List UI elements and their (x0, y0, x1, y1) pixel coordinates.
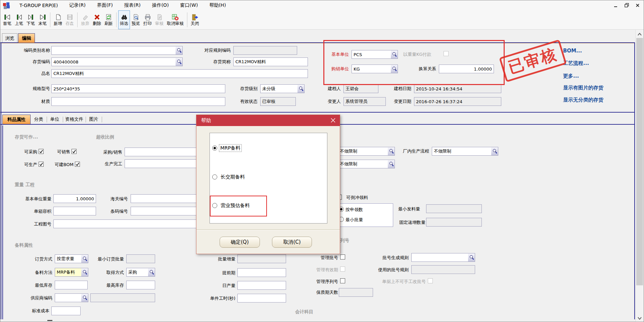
subtab-category[interactable]: 分类 (31, 115, 46, 124)
order-mode-lookup-button[interactable] (81, 254, 88, 263)
subtab-image[interactable]: 图片 (86, 115, 101, 124)
manage-expiry-checkbox[interactable] (340, 267, 345, 272)
audit-button[interactable]: 审核 (153, 10, 165, 29)
factory-flow-lookup-button[interactable] (491, 147, 498, 156)
refresh-button[interactable]: 刷新 (103, 10, 114, 29)
box-volume-input[interactable] (53, 207, 96, 215)
min-issue-label: 最小发料量 (397, 206, 420, 212)
material-input[interactable] (51, 97, 225, 106)
max-stock-input[interactable] (126, 281, 155, 289)
close-icon[interactable] (636, 3, 640, 7)
batch-rule-lookup-button[interactable] (468, 253, 475, 262)
limit2-lookup-button[interactable] (388, 160, 395, 168)
level-input[interactable] (260, 84, 298, 93)
tab-browse[interactable]: 浏览 (2, 33, 17, 43)
base-weight-input[interactable] (53, 194, 96, 203)
scrollbar-thumb[interactable] (636, 38, 643, 285)
tab-edit[interactable]: 编辑 (18, 33, 35, 43)
restore-icon[interactable] (625, 3, 629, 7)
sellable-checkbox[interactable] (72, 149, 77, 154)
subtab-item-attributes[interactable]: 料品属性 (2, 115, 31, 124)
preview-button[interactable]: 预览 (130, 10, 142, 29)
long-leadtime-spare-radio[interactable] (212, 174, 217, 179)
delete-button[interactable]: 删除 (91, 10, 103, 29)
process-flow-link[interactable]: 工艺流程... (563, 60, 589, 67)
cancel-button[interactable]: 取消(C) (272, 237, 312, 248)
lead-time-input[interactable] (237, 268, 286, 277)
over-production-input[interactable] (125, 159, 196, 168)
last-record-button[interactable]: 末笔 (37, 10, 48, 29)
std-cost-input[interactable] (51, 307, 81, 315)
code-category-input[interactable] (51, 46, 176, 55)
next-record-button[interactable]: 下笔 (25, 10, 37, 29)
limit2-input[interactable] (338, 160, 388, 168)
subtab-qualification[interactable]: 资格文件 (63, 115, 85, 124)
toolbar-separator (116, 12, 117, 27)
save-button[interactable]: 存盘 (64, 10, 76, 29)
mrp-spare-label[interactable]: MRP备料 (219, 145, 241, 152)
mrp-spare-radio[interactable] (212, 146, 217, 151)
filter-button[interactable]: 筛选 (118, 10, 130, 29)
batch-rule-input[interactable] (411, 253, 468, 262)
spare-method-lookup-button[interactable] (81, 268, 88, 277)
more-link[interactable]: 更多... (563, 73, 579, 79)
spare-method-input[interactable] (55, 268, 82, 277)
vertical-scrollbar[interactable] (635, 30, 644, 322)
ok-button[interactable]: 确定(Q) (220, 237, 260, 248)
item-code-input[interactable] (51, 57, 176, 66)
minimize-icon[interactable] (614, 3, 618, 7)
prev-record-button[interactable]: 上笔 (13, 10, 25, 29)
bom-link[interactable]: BOM... (563, 48, 582, 54)
menu-interface[interactable]: 界面(F) (91, 1, 119, 10)
purchasable-checkbox[interactable] (39, 149, 44, 154)
barcode-input[interactable] (131, 207, 196, 215)
limit1-input[interactable] (338, 147, 388, 156)
discard-button[interactable]: 放弃 (79, 10, 91, 29)
cancel-audit-button[interactable]: 取消审核 (165, 10, 185, 29)
code-category-lookup-button[interactable] (176, 46, 183, 55)
spec-input[interactable] (51, 84, 225, 93)
acquire-mode-input[interactable] (126, 268, 148, 277)
scroll-up-icon[interactable] (636, 30, 644, 38)
item-code-lookup-button[interactable] (176, 57, 183, 66)
supplier-code-input[interactable] (55, 293, 82, 302)
over-receive-section-title: 超收比例 (96, 134, 114, 140)
add-button[interactable]: 新增 (52, 10, 64, 29)
drawing-no-input[interactable] (53, 219, 196, 228)
first-record-button[interactable]: 首笔 (1, 10, 13, 29)
show-items-with-image-link[interactable]: 显示有图片的存货 (563, 85, 603, 91)
level-lookup-button[interactable] (297, 84, 305, 93)
supplier-code-lookup-button[interactable] (81, 293, 88, 302)
menu-record[interactable]: 记录(R) (63, 1, 91, 10)
help-dialog-titlebar[interactable]: 帮助 (196, 115, 340, 126)
factory-flow-input[interactable] (432, 147, 492, 156)
over-purchase-input[interactable] (125, 148, 196, 156)
limit1-lookup-button[interactable] (388, 147, 395, 156)
bom-allowed-checkbox[interactable] (75, 162, 80, 167)
subtab-unit[interactable]: 单位 (47, 115, 62, 124)
manage-serial-checkbox[interactable] (340, 278, 345, 283)
scroll-down-icon[interactable] (636, 314, 644, 322)
daily-output-input[interactable] (237, 281, 286, 290)
print-button[interactable]: 打印 (142, 10, 153, 29)
min-order-input (126, 254, 155, 263)
menu-app[interactable]: T-GROUP ERP(E) (14, 1, 63, 9)
close-window-button[interactable]: 关闭 (189, 10, 201, 29)
unit-hours-input[interactable] (237, 294, 286, 303)
menu-operation[interactable]: 操作(O) (146, 1, 175, 10)
customs-code-input[interactable] (131, 194, 196, 203)
show-unclassified-items-link[interactable]: 显示无分类的存货 (563, 97, 603, 103)
acquire-mode-lookup-button[interactable] (148, 268, 155, 277)
long-leadtime-spare-label[interactable]: 长交期备料 (221, 174, 245, 180)
no-manual-batch-checkbox[interactable] (428, 278, 433, 283)
menu-report[interactable]: 报表(R) (119, 1, 146, 10)
producible-checkbox[interactable] (39, 162, 44, 167)
item-alias-input[interactable] (233, 57, 308, 66)
order-mode-input[interactable] (55, 254, 82, 263)
dialog-close-icon[interactable] (330, 118, 336, 123)
min-stock-input[interactable] (55, 281, 88, 289)
product-name-input[interactable] (51, 69, 308, 78)
manage-batch-checkbox[interactable] (340, 254, 345, 259)
menu-window[interactable]: 窗口(W) (175, 1, 204, 10)
menu-help[interactable]: 帮助(H) (203, 1, 231, 10)
